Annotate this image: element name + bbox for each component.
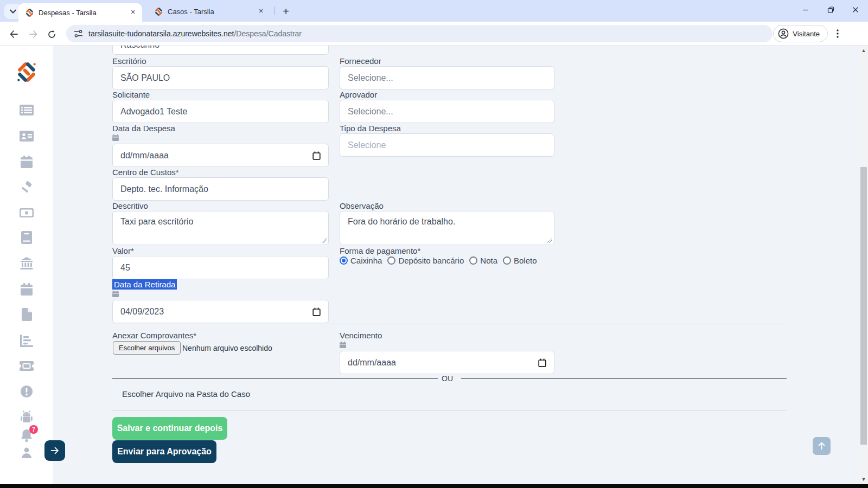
scrollbar-thumb[interactable] — [860, 167, 867, 445]
save-button[interactable]: Salvar e continuar depois — [112, 417, 227, 440]
sidebar-item-contacts[interactable] — [19, 129, 34, 143]
centro-custos-input[interactable]: Depto. tec. Informação — [112, 177, 329, 201]
new-tab-button[interactable]: + — [279, 4, 293, 18]
escritorio-value: SÃO PAULO — [120, 73, 170, 83]
vencimento-input[interactable]: dd/mm/aaaa — [340, 351, 554, 374]
tipo-despesa-select[interactable]: Selecione — [340, 133, 554, 157]
forma-pagamento-group: Caixinha Depósito bancário Nota Boleto — [340, 256, 537, 265]
escritorio-label: Escritório — [112, 56, 146, 66]
radio-icon[interactable] — [387, 256, 395, 265]
back-button[interactable] — [7, 27, 21, 41]
descritivo-textarea[interactable]: Taxi para escritório — [112, 211, 329, 245]
rascunho-input[interactable]: Rascunho — [112, 46, 329, 55]
tipo-despesa-label: Tipo da Despesa — [340, 124, 401, 133]
sidebar-item-list[interactable] — [19, 103, 34, 117]
sidebar-item-bank[interactable] — [19, 256, 34, 271]
sidebar-item-money[interactable] — [19, 206, 34, 220]
sidebar-item-book[interactable] — [19, 230, 34, 245]
sidebar: 7 — [0, 46, 53, 484]
resize-grip[interactable] — [547, 238, 552, 243]
sidebar-item-gavel[interactable] — [19, 181, 34, 195]
table-list-icon — [20, 105, 34, 115]
tab-casos[interactable]: Casos - Tarsila × — [148, 3, 270, 20]
sidebar-item-calendar[interactable] — [19, 155, 34, 169]
close-icon — [852, 7, 859, 13]
scrollbar-down-icon[interactable]: ▼ — [859, 476, 868, 483]
person-icon — [21, 447, 33, 459]
close-window-button[interactable] — [843, 0, 868, 20]
data-despesa-input[interactable]: dd/mm/aaaa — [112, 144, 329, 167]
file-icon — [22, 308, 32, 321]
file-status-text: Nenhum arquivo escolhido — [182, 344, 272, 352]
id-card-icon — [20, 131, 34, 142]
sidebar-item-android[interactable] — [19, 410, 34, 424]
sidebar-item-profile[interactable] — [19, 446, 34, 460]
radio-boleto[interactable]: Boleto — [503, 256, 537, 265]
url-path: /Despesa/Cadastrar — [234, 29, 302, 38]
vencimento-label: Vencimento — [340, 331, 382, 340]
anexar-label: Anexar Comprovantes* — [112, 331, 196, 340]
restore-button[interactable] — [818, 0, 843, 20]
sidebar-item-reports[interactable] — [19, 333, 34, 348]
radio-caixinha[interactable]: Caixinha — [340, 256, 382, 265]
escritorio-input[interactable]: SÃO PAULO — [112, 66, 329, 89]
sidebar-item-alerts[interactable] — [19, 384, 34, 399]
radio-icon[interactable] — [503, 256, 511, 265]
valor-label: Valor* — [112, 246, 134, 255]
centro-custos-label: Centro de Custos* — [112, 168, 179, 177]
fornecedor-value: Selecione... — [348, 73, 393, 83]
refresh-button[interactable] — [44, 27, 59, 41]
valor-value: 45 — [120, 263, 130, 273]
forward-arrow-icon — [29, 30, 38, 38]
url-text: tarsilasuite-tudonatarsila.azurewebsites… — [88, 29, 302, 38]
date-picker-icon[interactable] — [312, 151, 321, 160]
radio-icon[interactable] — [340, 256, 348, 265]
valor-input[interactable]: 45 — [112, 256, 329, 279]
save-button-label: Salvar e continuar depois — [117, 423, 223, 433]
exclamation-circle-icon — [20, 385, 33, 398]
tab-close-icon[interactable]: × — [256, 7, 266, 16]
calendar-icon — [21, 283, 33, 296]
radio-label: Boleto — [514, 256, 537, 265]
solicitante-value: Advogado1 Teste — [120, 107, 187, 117]
forma-pagamento-label: Forma de pagamento* — [340, 246, 420, 255]
date-picker-icon[interactable] — [312, 307, 321, 316]
profile-button[interactable]: Visitante — [773, 25, 828, 42]
tab-despesas[interactable]: Despesas - Tarsila × — [18, 3, 142, 22]
observacao-value: Fora do horário de trabalho. — [348, 217, 455, 226]
url-bar[interactable]: tarsilasuite-tudonatarsila.azurewebsites… — [66, 25, 773, 42]
pasta-caso-link[interactable]: Escolher Arquivo na Pasta do Caso — [122, 389, 250, 399]
sidebar-item-tickets[interactable] — [19, 359, 34, 373]
data-despesa-placeholder: dd/mm/aaaa — [120, 151, 169, 160]
book-icon — [21, 231, 32, 244]
sidebar-expand-button[interactable] — [44, 440, 65, 461]
browser-menu-button[interactable] — [831, 27, 844, 40]
aprovador-select[interactable]: Selecione... — [340, 100, 554, 123]
sidebar-item-agenda[interactable] — [19, 282, 34, 296]
refresh-icon — [47, 30, 56, 39]
scrollbar[interactable]: ▲ ▼ — [859, 46, 868, 484]
observacao-textarea[interactable]: Fora do horário de trabalho. — [340, 211, 554, 245]
radio-deposito[interactable]: Depósito bancário — [387, 256, 464, 265]
radio-label: Caixinha — [350, 256, 382, 265]
radio-icon[interactable] — [469, 256, 477, 265]
file-choose-button[interactable]: Escolher arquivos — [113, 341, 181, 355]
data-despesa-label: Data da Despesa — [112, 124, 175, 133]
resize-grip[interactable] — [322, 238, 327, 243]
scroll-to-top-button[interactable] — [813, 437, 831, 455]
solicitante-input[interactable]: Advogado1 Teste — [112, 100, 329, 123]
minimize-icon — [802, 7, 809, 13]
data-retirada-input[interactable]: 04/09/2023 — [112, 300, 329, 323]
radio-nota[interactable]: Nota — [469, 256, 497, 265]
sidebar-item-notifications[interactable]: 7 — [19, 429, 34, 443]
tab-close-icon[interactable]: × — [128, 8, 138, 17]
fornecedor-select[interactable]: Selecione... — [340, 66, 554, 89]
scrollbar-up-icon[interactable]: ▲ — [859, 47, 868, 54]
minimize-button[interactable] — [793, 0, 818, 20]
date-picker-icon[interactable] — [538, 358, 546, 367]
sidebar-item-documents[interactable] — [19, 307, 34, 322]
forward-button[interactable] — [26, 27, 40, 41]
submit-approval-button[interactable]: Enviar para Aprovação — [112, 440, 216, 463]
bank-icon — [20, 257, 33, 270]
ou-divider-label: OU — [442, 374, 453, 383]
